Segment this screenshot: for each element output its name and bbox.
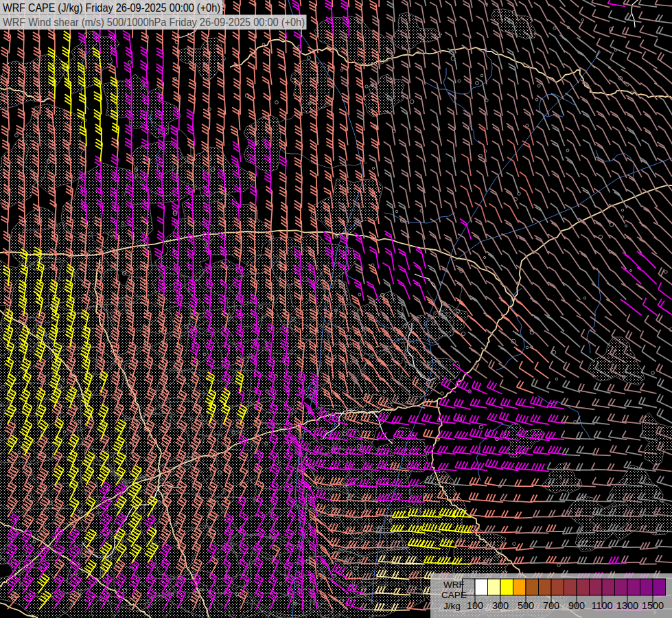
svg-text:100: 100 xyxy=(467,600,483,611)
svg-text:1100: 1100 xyxy=(591,600,612,611)
svg-text:WRF: WRF xyxy=(443,580,465,590)
svg-text:900: 900 xyxy=(568,600,585,611)
svg-text:1500: 1500 xyxy=(642,600,664,611)
svg-text:CAPE: CAPE xyxy=(441,590,467,600)
svg-text:700: 700 xyxy=(543,600,559,611)
svg-text:J/kg: J/kg xyxy=(443,601,461,611)
svg-text:300: 300 xyxy=(492,600,509,611)
svg-text:1300: 1300 xyxy=(616,600,638,611)
svg-text:WRF CAPE (J/kg) Friday 26-09-2: WRF CAPE (J/kg) Friday 26-09-2025 00:00 … xyxy=(3,1,220,14)
svg-text:WRF Wind shear (m/s) 500/1000h: WRF Wind shear (m/s) 500/1000hPa Friday … xyxy=(3,16,305,29)
svg-text:500: 500 xyxy=(518,600,534,611)
